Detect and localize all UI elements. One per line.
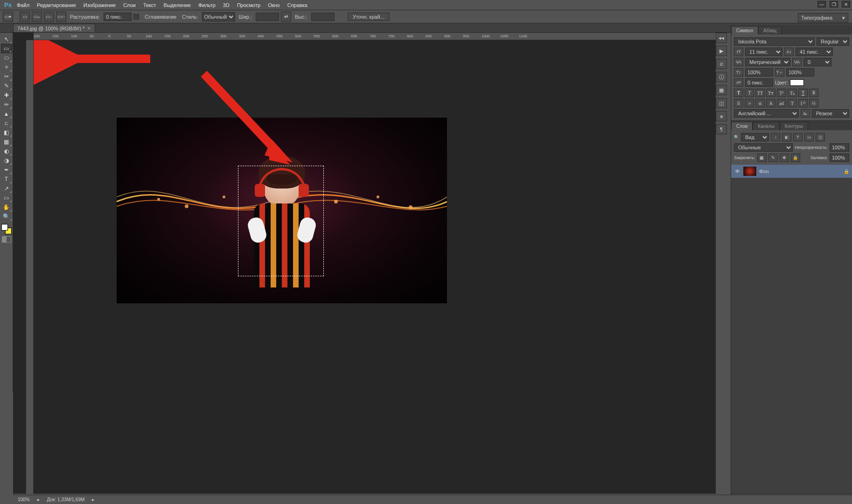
tool-eyedropper[interactable]: ✎ [1,81,12,91]
ot-fi-button[interactable]: fi [734,99,743,107]
ot-titling-button[interactable]: ad [777,99,786,107]
tracking-select[interactable]: 0 [803,58,831,66]
language-select[interactable]: Английский ... [734,109,799,118]
workspace-switcher[interactable]: Типографика▾ [798,13,848,22]
history-panel-icon[interactable]: ◂◂ [716,33,727,43]
font-family-select[interactable]: Iskoola Pota [734,37,815,46]
layer-thumbnail[interactable] [743,167,756,176]
menu-filter[interactable]: Фильтр [195,0,219,10]
layer-name[interactable]: Фон [759,168,769,174]
filter-pixel-icon[interactable]: ▫ [771,133,780,141]
menu-edit[interactable]: Редактирование [33,0,80,10]
selection-intersect-icon[interactable]: ▭∩ [56,12,66,22]
menu-select[interactable]: Выделение [160,0,195,10]
layer-filter-select[interactable]: Вид [741,133,769,141]
menu-view[interactable]: Просмотр [233,0,264,10]
tool-blur[interactable]: ◐ [1,147,12,156]
tool-eraser[interactable]: ◧ [1,128,12,137]
filter-smart-icon[interactable]: ◫ [816,133,825,141]
text-color-swatch[interactable] [790,79,804,86]
font-weight-select[interactable]: Regular [817,37,849,46]
tab-layers[interactable]: Слои [731,122,753,130]
kerning-select[interactable]: Метрический [745,58,790,66]
faux-bold-button[interactable]: T [734,89,743,97]
scale-v-input[interactable] [745,68,773,77]
tool-heal[interactable]: ✚ [1,91,12,100]
info-panel-icon[interactable]: ⓘ [716,72,727,82]
menu-type[interactable]: Текст [140,0,160,10]
menu-3d[interactable]: 3D [219,0,233,10]
fill-input[interactable] [830,154,849,162]
tool-zoom[interactable]: 🔍 [1,212,12,221]
lock-pixels-icon[interactable]: ▦ [757,154,767,162]
ot-st-button[interactable]: st [755,99,765,107]
selection-new-icon[interactable]: ▭ [20,12,30,22]
menu-help[interactable]: Справка [284,0,311,10]
strike-button[interactable]: T [809,89,818,97]
paragraph-panel-icon[interactable]: ¶ [716,124,727,134]
tool-crop[interactable]: ✂ [1,72,12,81]
lock-position-icon[interactable]: ✎ [768,154,778,162]
tool-rect-marquee[interactable]: ▭ [1,44,12,53]
close-tab-icon[interactable]: ✕ [87,26,91,31]
antialias-select[interactable]: Резкое [812,109,849,118]
lock-move-icon[interactable]: ✥ [780,154,789,162]
superscript-button[interactable]: T¹ [777,89,786,97]
font-size-select[interactable]: 11 пикс. [745,48,782,56]
tool-shape[interactable]: ▭ [1,193,12,203]
tab-channels[interactable]: Каналы [753,122,780,130]
tool-stamp[interactable]: ▲ [1,109,12,119]
opacity-input[interactable] [830,143,849,152]
foreground-color-swatch[interactable] [1,224,8,231]
refine-edge-button[interactable]: Уточн. край... [348,13,390,21]
lock-all-icon[interactable]: 🔒 [791,154,800,162]
color-swatches[interactable] [1,224,12,234]
adjustments-panel-icon[interactable]: ⎈ [716,111,727,121]
zoom-level[interactable]: 100% [18,497,30,502]
tool-hand[interactable]: ✋ [1,203,12,212]
selection-add-icon[interactable]: ▭₊ [32,12,42,22]
menu-layer[interactable]: Слои [119,0,140,10]
filter-adjust-icon[interactable]: ◐ [782,133,791,141]
leading-select[interactable]: 41 пикс. [796,48,833,56]
tab-paragraph[interactable]: Абзац [758,26,782,35]
tab-character[interactable]: Символ [731,26,758,35]
style-select[interactable]: Обычный [202,12,235,21]
ot-swash-button[interactable]: 𝑜 [745,99,754,107]
layer-row[interactable]: 👁 Фон 🔒 [731,165,852,178]
scale-h-input[interactable] [786,68,814,77]
ot-stylistic-button[interactable]: T [788,99,797,107]
filter-type-icon[interactable]: T [793,133,803,141]
zoom-chevron-icon[interactable]: ▸ [37,497,40,502]
tool-preset-icon[interactable]: ▭▾ [3,12,13,22]
tool-dodge[interactable]: ◑ [1,156,12,165]
width-input[interactable] [256,13,279,21]
doc-info-chevron-icon[interactable]: ▸ [92,497,94,502]
subscript-button[interactable]: T₁ [788,89,797,97]
actions-panel-icon[interactable]: ▶ [716,46,727,56]
antialias-checkbox[interactable] [133,14,139,20]
tool-lasso[interactable]: ⬭ [1,53,12,63]
tool-pen[interactable]: ✒ [1,165,12,175]
menu-image[interactable]: Изображение [80,0,119,10]
menu-window[interactable]: Окно [264,0,284,10]
styles-panel-icon[interactable]: ◫ [716,98,727,108]
ot-frac-button[interactable]: ½ [809,99,818,107]
ot-ordinals-button[interactable]: A [766,99,775,107]
menu-file[interactable]: Файл [13,0,33,10]
smallcaps-button[interactable]: Tᴛ [766,89,775,97]
quickmask-toggle[interactable] [2,236,11,243]
allcaps-button[interactable]: TT [755,89,765,97]
window-maximize-button[interactable]: ❐ [830,1,838,7]
layer-visibility-icon[interactable]: 👁 [734,168,740,174]
tab-paths[interactable]: Контуры [780,122,808,130]
tool-history-brush[interactable]: ⎌ [1,119,12,128]
window-close-button[interactable]: ✕ [842,1,850,7]
blend-mode-select[interactable]: Обычные [734,143,793,152]
height-input[interactable] [311,13,335,21]
selection-subtract-icon[interactable]: ▭₋ [44,12,54,22]
feather-input[interactable] [104,13,132,21]
properties-panel-icon[interactable]: ⎚ [716,59,727,69]
filter-shape-icon[interactable]: ▭ [804,133,814,141]
underline-button[interactable]: T [798,89,808,97]
